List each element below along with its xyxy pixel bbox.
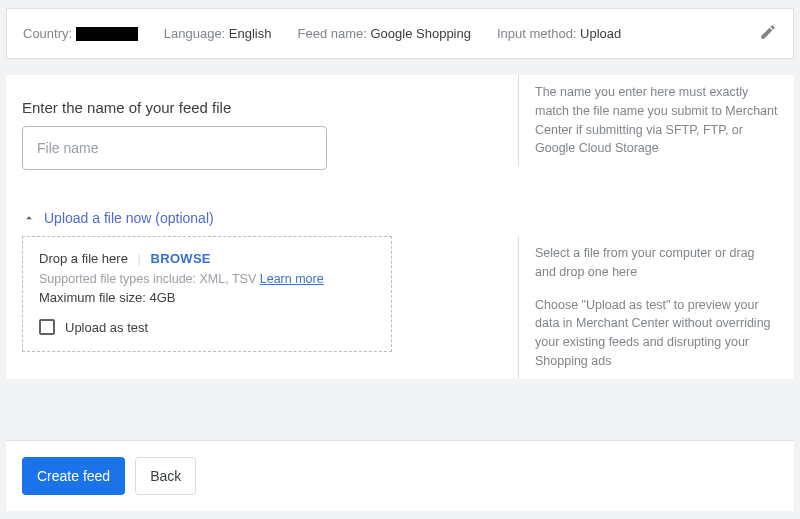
summary-language: Language: English bbox=[164, 26, 272, 41]
summary-language-label: Language: bbox=[164, 26, 225, 41]
upload-toggle[interactable]: Upload a file now (optional) bbox=[22, 210, 778, 226]
summary-country: Country: bbox=[23, 26, 138, 42]
upload-help: Select a file from your computer or drag… bbox=[518, 236, 778, 379]
summary-feedname-label: Feed name: bbox=[297, 26, 366, 41]
summary-country-value-redacted bbox=[76, 27, 138, 41]
back-button[interactable]: Back bbox=[135, 457, 196, 495]
main-panel: Enter the name of your feed file The nam… bbox=[6, 75, 794, 379]
browse-button[interactable]: BROWSE bbox=[151, 251, 211, 266]
file-dropzone[interactable]: Drop a file here | BROWSE Supported file… bbox=[22, 236, 392, 352]
create-feed-button[interactable]: Create feed bbox=[22, 457, 125, 495]
upload-as-test-label: Upload as test bbox=[65, 320, 148, 335]
footer-bar: Create feed Back bbox=[6, 440, 794, 511]
summary-country-label: Country: bbox=[23, 26, 72, 41]
file-name-input[interactable] bbox=[22, 126, 327, 170]
summary-inputmethod-value: Upload bbox=[580, 26, 621, 41]
upload-as-test-checkbox[interactable] bbox=[39, 319, 55, 335]
upload-help-1: Select a file from your computer or drag… bbox=[535, 244, 778, 282]
upload-toggle-label: Upload a file now (optional) bbox=[44, 210, 214, 226]
dropzone-label: Drop a file here bbox=[39, 251, 128, 266]
upload-help-2: Choose "Upload as test" to preview your … bbox=[535, 296, 778, 371]
dropzone-divider: | bbox=[138, 251, 141, 266]
summary-language-value: English bbox=[229, 26, 272, 41]
max-file-size: Maximum file size: 4GB bbox=[39, 290, 375, 305]
feedfile-title: Enter the name of your feed file bbox=[22, 99, 518, 116]
summary-inputmethod: Input method: Upload bbox=[497, 26, 621, 41]
summary-bar: Country: Language: English Feed name: Go… bbox=[6, 8, 794, 59]
feedfile-help-text: The name you enter here must exactly mat… bbox=[535, 83, 778, 158]
summary-inputmethod-label: Input method: bbox=[497, 26, 577, 41]
edit-icon[interactable] bbox=[759, 29, 777, 44]
chevron-up-icon bbox=[22, 211, 36, 225]
learn-more-link[interactable]: Learn more bbox=[260, 272, 324, 286]
summary-feedname: Feed name: Google Shopping bbox=[297, 26, 470, 41]
feedfile-help: The name you enter here must exactly mat… bbox=[518, 75, 778, 166]
supported-types: Supported file types include: XML, TSV bbox=[39, 272, 256, 286]
summary-feedname-value: Google Shopping bbox=[370, 26, 470, 41]
